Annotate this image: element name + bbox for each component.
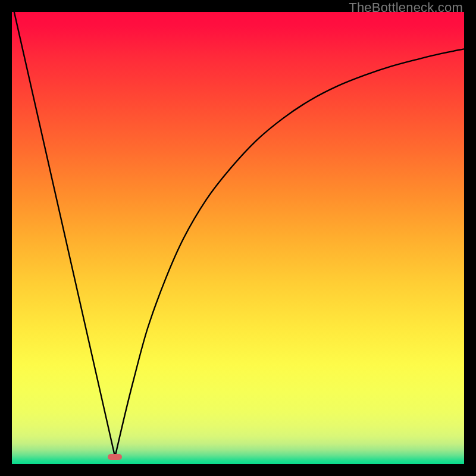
chart-container: TheBottleneck.com (0, 0, 476, 476)
gradient-background (12, 12, 464, 464)
plot-area (12, 12, 464, 464)
chart-svg (12, 12, 464, 464)
watermark-text: TheBottleneck.com (349, 0, 463, 15)
optimum-marker (108, 454, 122, 460)
